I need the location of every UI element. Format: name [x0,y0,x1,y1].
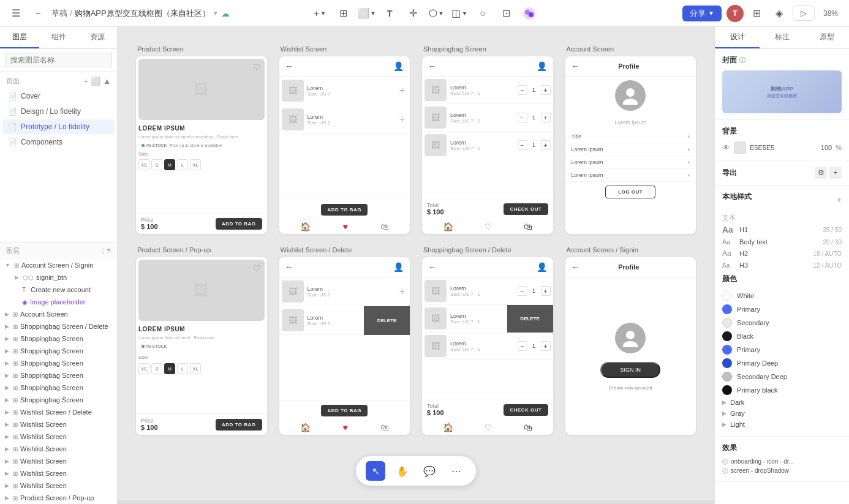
screen-frame-product-popup[interactable]: 🖼 ♡ LOREM IPSUM Lorem ipsum dolor sit am… [136,257,267,435]
chevron-down-icon[interactable]: ▼ [213,10,219,17]
profile-icon[interactable]: 👤 [393,262,404,272]
move-tool[interactable]: ✛ [404,5,421,22]
layer-wishlist-delete[interactable]: ▶ ⊞ Wishlist Screen / Delete [0,406,117,418]
layer-wishlist-6[interactable]: ▶ ⊞ Wishlist Screen [0,480,117,492]
bg-color-swatch[interactable] [734,141,746,154]
page-item-components[interactable]: 📄 Components [2,135,115,149]
color-secondary-deep[interactable]: Secondary Deep [722,370,842,383]
layer-wishlist-5[interactable]: ▶ ⊞ Wishlist Screen [0,467,117,480]
hand-tool[interactable]: ✋ [393,461,412,481]
info-icon[interactable]: ⓘ [739,56,745,65]
color-secondary[interactable]: Secondary [722,316,842,329]
size-btn-s[interactable]: S [151,363,162,374]
qty-plus[interactable]: + [541,286,551,296]
delete-overlay-bag[interactable]: DELETE [507,305,553,333]
screen-frame-wishlist[interactable]: ← 👤 🖼 Lorem Size: US 7 + [279,56,410,234]
effect-item-1[interactable]: onboarding - icon - dr... [722,457,842,466]
qty-minus[interactable]: − [518,113,527,122]
profile-list-item-2[interactable]: Lorem ipsum › [565,143,696,156]
qty-minus[interactable]: − [518,85,527,95]
profile-icon[interactable]: 👤 [537,61,547,71]
tab-layers[interactable]: 图层 [0,27,39,48]
color-primary-2[interactable]: Primary [722,343,842,356]
size-btn-l[interactable]: L [177,159,188,170]
logout-button[interactable]: LOG OUT [605,186,655,198]
profile-list-item-4[interactable]: Lorem ipsum › [565,169,696,182]
layer-shoppingbag-4[interactable]: ▶ ⊞ Shoppingbag Screen [0,369,117,382]
home-icon[interactable]: 🏠 [443,423,453,432]
qty-plus[interactable]: + [541,85,551,95]
profile-icon[interactable]: 👤 [537,262,547,272]
layer-shoppingbag-5[interactable]: ▶ ⊞ Shoppingbag Screen [0,382,117,394]
bag-icon-active[interactable]: 🛍 [524,222,532,231]
text-style-h3[interactable]: Aa H3 12 / AUTO [722,261,842,269]
back-icon[interactable]: ← [572,262,580,272]
add-to-bag-button[interactable]: ADD TO BAG [216,218,262,230]
add-tool[interactable]: +▼ [311,5,328,22]
layers-menu-icon[interactable]: ⋮≡ [100,247,111,255]
color-group-gray[interactable]: ▶ Gray [722,408,842,419]
size-btn-s[interactable]: S [151,159,162,170]
bag-icon-active[interactable]: 🛍 [524,423,532,432]
layer-create-account[interactable]: T Create new account [0,284,117,296]
size-btn-xs[interactable]: XS [138,159,149,170]
add-to-bag-button-popup[interactable]: ADD TO BAG [216,419,262,431]
signin-button[interactable]: SIGN IN [600,362,660,378]
qty-plus[interactable]: + [541,140,551,150]
color-group-light[interactable]: ▶ Light [722,419,842,430]
checkout-button[interactable]: CHECK OUT [504,404,548,416]
color-primary-1[interactable]: Primary [722,303,842,316]
select-tool[interactable]: ↖ [366,461,385,481]
tab-assets[interactable]: 资源 [78,27,117,48]
color-primary-black[interactable]: Primary black [722,383,842,397]
back-icon[interactable]: ← [428,61,437,71]
qty-plus[interactable]: + [541,341,551,351]
layer-wishlist-1[interactable]: ▶ ⊞ Wishlist Screen [0,418,117,431]
text-tool[interactable]: T [381,5,398,22]
export-settings-icon[interactable]: ⚙ [815,167,827,179]
frame-tool[interactable]: ⊞ [334,5,352,22]
text-style-h2[interactable]: Aa H2 18 / AUTO [722,249,842,258]
screen-frame-shoppingbag[interactable]: ← 👤 🖼 Lorem Size: US 7 · 1 − [422,56,553,234]
back-icon[interactable]: ← [285,262,294,272]
profile-list-item-3[interactable]: Lorem ipsum › [565,156,696,169]
size-btn-m[interactable]: M [164,363,175,374]
layer-signin-btn[interactable]: ▶ ⬡⬡ signin_btn [0,271,117,284]
minimize-icon[interactable]: − [29,5,47,22]
checkout-button[interactable]: CHECK OUT [504,203,548,215]
bag-icon[interactable]: 🛍 [380,222,389,231]
size-btn-m[interactable]: M [164,159,175,170]
zoom-level[interactable]: 38% [820,7,842,20]
layer-account-screen[interactable]: ▶ ⊞ Account Screen [0,308,117,320]
page-item-cover[interactable]: 📄 Cover [2,89,115,103]
canvas-scrollbar[interactable] [118,500,714,504]
back-icon[interactable]: ← [428,262,437,272]
page-chevron-icon[interactable]: ▲ [103,77,111,86]
create-account-link[interactable]: Create new account [606,383,655,393]
back-icon[interactable]: ← [572,61,580,71]
screen-frame-product[interactable]: 🖼 ♡ LOREM IPSUM Lorem ipsum dolor sit am… [136,56,267,234]
layer-product-popup[interactable]: ▶ ⊞ Product Screen / Pop-up [0,492,117,504]
layer-account-signin[interactable]: ▼ ⊞ Account Screen / Signin [0,259,117,271]
comment-tool[interactable]: 💬 [420,461,439,481]
page-item-lo-fidelity[interactable]: 📄 Deisgn / Lo fidelity [2,104,115,119]
color-black[interactable]: Black [722,329,842,343]
menu-icon[interactable]: ☰ [7,5,25,22]
layer-wishlist-4[interactable]: ▶ ⊞ Wishlist Screen [0,455,117,467]
layer-wishlist-3[interactable]: ▶ ⊞ Wishlist Screen [0,443,117,455]
wishlist-add-bag-button[interactable]: ADD TO BAG [321,204,368,216]
shape-tool[interactable]: ⬜▼ [358,5,375,22]
effect-item-2[interactable]: screen - dropShadow [722,466,842,475]
profile-icon[interactable]: 👤 [393,61,404,71]
heart-icon-active[interactable]: ♥ [343,222,348,231]
screen-frame-account[interactable]: ← Profile Lorem ipsum Title [565,56,696,234]
delete-overlay[interactable]: DELETE [364,306,410,335]
tab-components[interactable]: 组件 [39,27,78,48]
qty-minus[interactable]: − [518,140,527,150]
plugin-icon[interactable]: ⊞ [749,5,766,22]
wishlist-add-icon[interactable]: + [397,85,407,96]
share-button[interactable]: 分享 ▼ [682,6,722,21]
layer-shoppingbag-2[interactable]: ▶ ⊞ Shoppingbag Screen [0,345,117,357]
layer-shoppingbag-6[interactable]: ▶ ⊞ Shoppingbag Screen [0,394,117,406]
home-icon[interactable]: 🏠 [300,222,311,231]
